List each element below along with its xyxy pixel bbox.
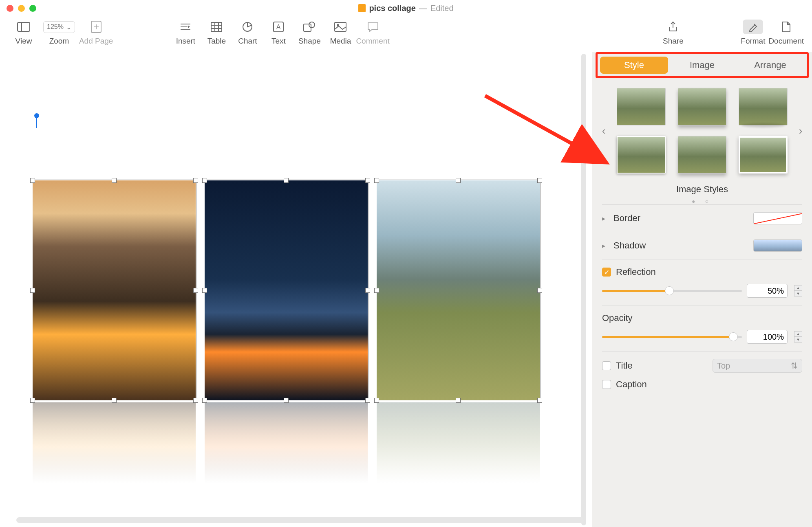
document-button[interactable]: Document: [768, 20, 804, 46]
select-arrows-icon: ⇅: [791, 361, 798, 371]
sidebar-icon: [17, 20, 30, 34]
tab-style[interactable]: Style: [600, 57, 668, 74]
reflection-checkbox[interactable]: ✓: [602, 268, 611, 277]
resize-handle[interactable]: [456, 178, 461, 183]
resize-handle[interactable]: [112, 178, 117, 183]
svg-rect-0: [18, 22, 30, 31]
svg-text:A: A: [276, 24, 281, 31]
resize-handle[interactable]: [374, 288, 379, 293]
photo-2[interactable]: [205, 180, 368, 400]
shape-icon: [303, 20, 316, 34]
comment-icon: [367, 20, 379, 34]
photo-3[interactable]: [377, 180, 540, 400]
styles-next-button[interactable]: ›: [792, 125, 809, 137]
resize-handle[interactable]: [456, 398, 461, 403]
resize-handle[interactable]: [202, 178, 207, 183]
horizontal-scrollbar[interactable]: [16, 517, 584, 523]
resize-handle[interactable]: [374, 178, 379, 183]
styles-prev-button[interactable]: ‹: [596, 125, 612, 137]
chart-button[interactable]: Chart: [232, 20, 263, 46]
resize-handle[interactable]: [193, 288, 198, 293]
resize-handle[interactable]: [30, 398, 35, 403]
resize-handle[interactable]: [193, 178, 198, 183]
resize-handle[interactable]: [374, 398, 379, 403]
reflection-stepper[interactable]: ▲▼: [794, 285, 802, 296]
photo-1[interactable]: [33, 180, 196, 400]
border-section: ▸ Border: [602, 204, 802, 232]
photo-collage-selection[interactable]: [33, 180, 540, 400]
shadow-label: Shadow: [613, 240, 748, 251]
resize-handle[interactable]: [112, 398, 117, 403]
reflection-section: ✓ Reflection 50% ▲▼: [602, 259, 802, 305]
toolbar: View 125%⌄ Zoom Add Page Insert Table Ch…: [0, 16, 812, 52]
title-label: Title: [616, 360, 708, 371]
view-button[interactable]: View: [8, 20, 39, 46]
text-button[interactable]: A Text: [263, 20, 294, 46]
resize-handle[interactable]: [537, 178, 542, 183]
opacity-slider[interactable]: [602, 333, 742, 341]
image-style-preset[interactable]: [678, 88, 727, 125]
resize-handle[interactable]: [365, 288, 370, 293]
format-icon: [743, 20, 763, 34]
svg-point-19: [309, 22, 315, 28]
image-style-preset[interactable]: [678, 136, 727, 173]
caption-checkbox[interactable]: [602, 380, 611, 389]
reflection-value-field[interactable]: 50%: [747, 284, 788, 298]
document-icon: [782, 20, 791, 34]
resize-handle[interactable]: [30, 178, 35, 183]
tab-image[interactable]: Image: [668, 57, 736, 74]
reflection-slider[interactable]: [602, 287, 742, 295]
comment-button[interactable]: Comment: [356, 20, 389, 46]
image-style-preset[interactable]: [739, 136, 788, 173]
image-styles-label: Image Styles: [592, 184, 812, 195]
disclosure-icon[interactable]: ▸: [602, 242, 609, 250]
opacity-value-field[interactable]: 100%: [747, 330, 788, 344]
reflection-label: Reflection: [616, 267, 802, 277]
resize-handle[interactable]: [537, 398, 542, 403]
opacity-stepper[interactable]: ▲▼: [794, 331, 802, 343]
text-icon: A: [273, 20, 284, 34]
format-sidebar: Style Image Arrange ‹ › Image Styles ● ○…: [592, 52, 812, 527]
media-button[interactable]: Media: [325, 20, 356, 46]
chevron-down-icon: ⌄: [66, 23, 71, 31]
resize-handle[interactable]: [30, 288, 35, 293]
resize-handle[interactable]: [284, 398, 289, 403]
media-icon: [334, 20, 346, 34]
image-style-preset[interactable]: [617, 88, 666, 125]
shadow-swatch[interactable]: [753, 239, 802, 252]
edited-label: Edited: [430, 4, 454, 13]
disclosure-icon[interactable]: ▸: [602, 215, 609, 222]
resize-handle[interactable]: [537, 288, 542, 293]
vertical-scrollbar[interactable]: [581, 54, 586, 525]
window-titlebar: pics collage — Edited: [0, 0, 812, 16]
resize-handle[interactable]: [193, 398, 198, 403]
reflection-fade: [33, 402, 546, 492]
document-canvas[interactable]: [0, 52, 592, 527]
share-button[interactable]: Share: [658, 20, 688, 46]
resize-handle[interactable]: [365, 178, 370, 183]
title-caption-section: Title Top ⇅ Caption: [602, 351, 802, 397]
svg-rect-18: [304, 24, 311, 31]
insert-button[interactable]: Insert: [170, 20, 201, 46]
resize-handle[interactable]: [284, 178, 289, 183]
table-button[interactable]: Table: [201, 20, 232, 46]
resize-handle[interactable]: [202, 288, 207, 293]
format-button[interactable]: Format: [737, 20, 768, 46]
resize-handle[interactable]: [365, 398, 370, 403]
title-position-select[interactable]: Top ⇅: [713, 359, 802, 373]
insert-icon: [180, 20, 191, 34]
document-title: pics collage — Edited: [0, 4, 812, 13]
image-style-preset[interactable]: [739, 88, 788, 125]
border-none-swatch[interactable]: [753, 212, 802, 224]
shape-button[interactable]: Shape: [294, 20, 325, 46]
zoom-control[interactable]: 125%⌄ Zoom: [43, 20, 75, 46]
add-page-button[interactable]: Add Page: [79, 20, 113, 46]
tab-arrange[interactable]: Arrange: [736, 57, 804, 74]
image-style-preset[interactable]: [617, 136, 666, 173]
title-checkbox[interactable]: [602, 361, 611, 370]
opacity-label: Opacity: [602, 313, 802, 323]
add-page-icon: [91, 20, 102, 34]
resize-handle[interactable]: [202, 398, 207, 403]
sidebar-tab-row: Style Image Arrange: [596, 52, 809, 78]
styles-pager-dots[interactable]: ● ○: [592, 198, 812, 204]
